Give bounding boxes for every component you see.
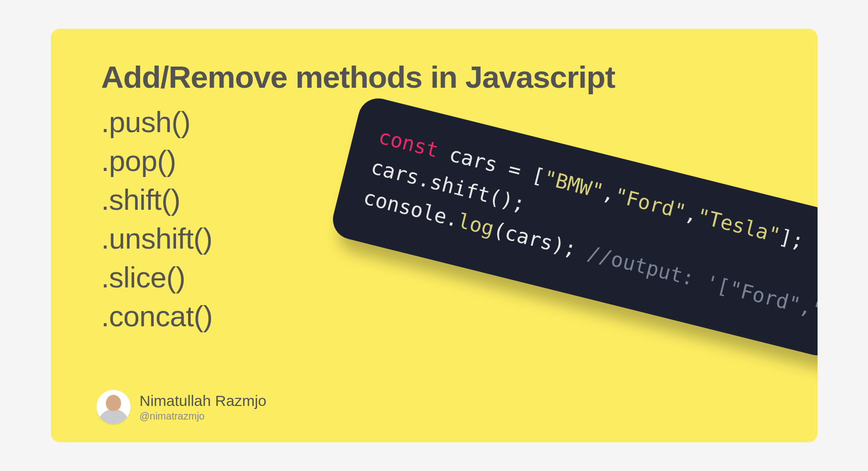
author-text: Nimatullah Razmjo @nimatrazmjo	[140, 392, 267, 422]
slide: Add/Remove methods in Javascript .push()…	[51, 29, 818, 442]
code-text: ];	[777, 224, 806, 253]
page-title: Add/Remove methods in Javascript	[101, 59, 767, 95]
author-block: Nimatullah Razmjo @nimatrazmjo	[96, 390, 267, 424]
avatar	[96, 390, 131, 424]
author-handle: @nimatrazmjo	[140, 410, 267, 422]
author-name: Nimatullah Razmjo	[140, 392, 267, 409]
code-function: log	[455, 209, 496, 240]
